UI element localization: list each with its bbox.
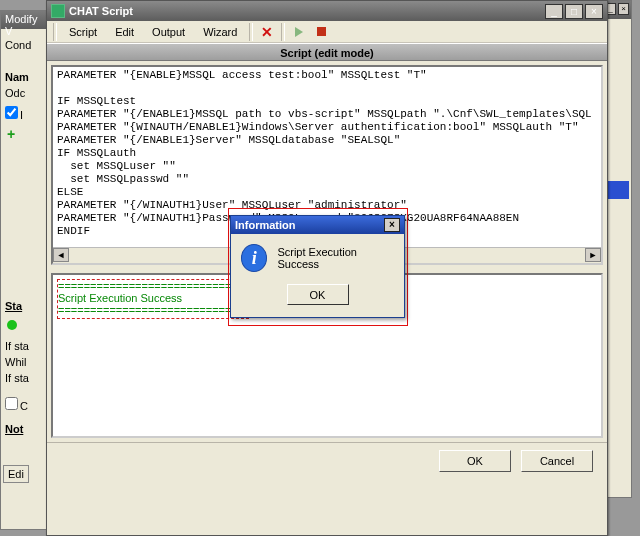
edit-button[interactable]: Edi: [3, 465, 29, 483]
menu-wizard[interactable]: Wizard: [195, 24, 245, 40]
information-dialog: Information × i Script Execution Success…: [230, 215, 405, 318]
dialog-button-row: OK Cancel: [47, 442, 607, 478]
stop-icon: [317, 27, 326, 36]
menu-script[interactable]: Script: [61, 24, 105, 40]
while-label: Whil: [5, 356, 43, 368]
cancel-button[interactable]: Cancel: [521, 450, 593, 472]
enable-checkbox[interactable]: [5, 106, 18, 119]
app-icon: [51, 4, 65, 18]
menubar: Script Edit Output Wizard ✕: [47, 21, 607, 43]
output-text: Script Execution Success: [58, 292, 182, 304]
info-icon: i: [241, 244, 267, 272]
ifsta-label: If sta: [5, 340, 43, 352]
menu-edit[interactable]: Edit: [107, 24, 142, 40]
output-highlight: ============================= Script Exe…: [57, 279, 249, 319]
output-border-top: =============================: [58, 280, 244, 292]
bgr-selection: [607, 181, 629, 199]
mode-header: Script (edit mode): [47, 43, 607, 61]
close-button[interactable]: ×: [585, 4, 603, 19]
maximize-button[interactable]: □: [565, 4, 583, 19]
info-title: Information: [235, 219, 384, 231]
bgr-close-button[interactable]: ×: [618, 3, 629, 15]
toolbar-separator-2: [281, 23, 285, 41]
ifsta2-label: If sta: [5, 372, 43, 384]
minimize-button[interactable]: _: [545, 4, 563, 19]
toolbar-separator: [249, 23, 253, 41]
add-icon[interactable]: +: [7, 126, 41, 142]
chat-title: CHAT Script: [69, 5, 545, 17]
stop-tool-button[interactable]: [311, 23, 331, 41]
scroll-left-icon[interactable]: ◄: [53, 248, 69, 262]
c-label: C: [20, 400, 28, 412]
x-icon: ✕: [261, 24, 273, 40]
cancel-tool-button[interactable]: ✕: [257, 23, 277, 41]
ok-button[interactable]: OK: [439, 450, 511, 472]
menu-output[interactable]: Output: [144, 24, 193, 40]
modify-window: Modify V Cond Nam Odc I + Sta If sta Whi…: [0, 10, 48, 530]
info-ok-button[interactable]: OK: [287, 284, 349, 305]
run-tool-button[interactable]: [289, 23, 309, 41]
output-border-bottom: =============================: [58, 304, 244, 316]
c-checkbox[interactable]: [5, 397, 18, 410]
status-header: Sta: [5, 300, 43, 312]
scroll-right-icon[interactable]: ►: [585, 248, 601, 262]
cond-label: Cond: [5, 39, 43, 51]
modify-titlebar[interactable]: Modify V: [1, 11, 47, 29]
info-message: Script Execution Success: [277, 246, 394, 270]
chat-titlebar[interactable]: CHAT Script _ □ ×: [47, 1, 607, 21]
play-icon: [295, 27, 303, 37]
info-titlebar[interactable]: Information ×: [231, 216, 404, 234]
name-label: Nam: [5, 71, 43, 83]
status-dot-icon: [7, 320, 17, 330]
info-close-button[interactable]: ×: [384, 218, 400, 232]
name-field[interactable]: Odc: [5, 87, 43, 99]
not-header: Not: [5, 423, 43, 435]
grip-icon: [53, 23, 57, 41]
